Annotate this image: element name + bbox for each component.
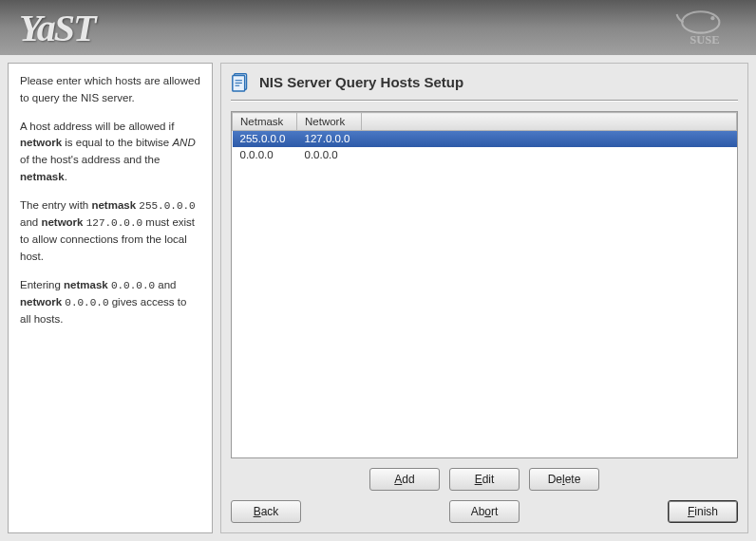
help-p1: Please enter which hosts are allowed to … xyxy=(20,73,200,107)
delete-button[interactable]: Delete xyxy=(529,468,599,491)
svg-rect-7 xyxy=(236,85,240,86)
svg-rect-6 xyxy=(236,83,242,84)
cell-netmask: 0.0.0.0 xyxy=(233,147,297,163)
hosts-table[interactable]: Netmask Network 255.0.0.0 127.0.0.0 0.0.… xyxy=(232,112,737,163)
page-title: NIS Server Query Hosts Setup xyxy=(259,74,463,90)
svg-rect-5 xyxy=(236,80,242,81)
svg-text:SUSE: SUSE xyxy=(690,33,720,47)
back-button[interactable]: Back xyxy=(231,500,301,523)
help-p3: The entry with netmask 255.0.0.0 and net… xyxy=(20,197,200,266)
title-row: NIS Server Query Hosts Setup xyxy=(231,71,738,100)
table-button-row: Add Edit Delete xyxy=(231,458,738,496)
cell-network: 127.0.0.0 xyxy=(297,131,362,147)
col-network[interactable]: Network xyxy=(297,113,362,131)
suse-logo: SUSE xyxy=(671,8,739,47)
help-p2: A host address will be allowed if networ… xyxy=(20,119,200,186)
edit-button[interactable]: Edit xyxy=(449,468,520,491)
add-button[interactable]: Add xyxy=(369,468,440,491)
content-panel: NIS Server Query Hosts Setup Netmask Net… xyxy=(220,63,748,533)
svg-point-1 xyxy=(710,16,714,20)
col-spacer xyxy=(362,113,737,131)
table-row[interactable]: 0.0.0.0 0.0.0.0 xyxy=(233,147,737,163)
finish-button[interactable]: Finish xyxy=(668,500,738,523)
header: YaST SUSE xyxy=(0,0,756,55)
col-netmask[interactable]: Netmask xyxy=(233,113,297,131)
separator xyxy=(231,100,738,102)
cell-netmask: 255.0.0.0 xyxy=(233,131,297,147)
nav-row: Back Abort Finish xyxy=(231,496,738,523)
help-panel: Please enter which hosts are allowed to … xyxy=(8,63,213,533)
main-area: Please enter which hosts are allowed to … xyxy=(0,55,756,541)
yast-logo: YaST xyxy=(19,6,94,50)
page-icon xyxy=(231,71,252,92)
cell-network: 0.0.0.0 xyxy=(297,147,362,163)
table-row[interactable]: 255.0.0.0 127.0.0.0 xyxy=(233,131,737,147)
abort-button[interactable]: Abort xyxy=(449,500,520,523)
svg-point-0 xyxy=(682,11,719,32)
hosts-table-wrap: Netmask Network 255.0.0.0 127.0.0.0 0.0.… xyxy=(231,111,738,458)
help-p4: Entering netmask 0.0.0.0 and network 0.0… xyxy=(20,277,200,328)
